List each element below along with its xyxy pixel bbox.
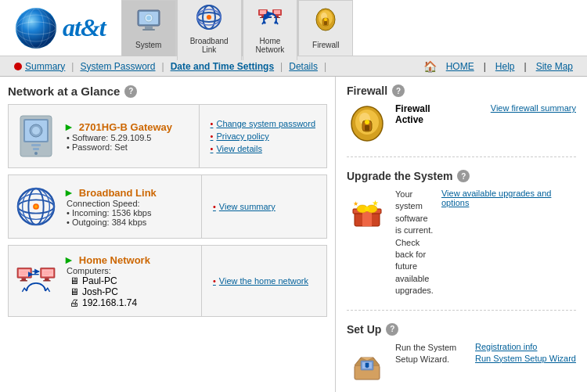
home-network-links: • View the home network	[201, 246, 326, 316]
registration-info-link[interactable]: Registration info	[475, 342, 576, 351]
computers-label: Computers:	[63, 266, 193, 275]
broadband-nav-icon	[195, 3, 223, 34]
svg-point-65	[365, 120, 369, 124]
svg-rect-24	[274, 17, 280, 18]
change-system-password-link[interactable]: • Change system password	[211, 119, 315, 128]
bullet-5: •	[213, 276, 216, 286]
tab-system[interactable]: System	[121, 0, 176, 56]
broadband-incoming: • Incoming: 1536 kbps	[63, 208, 193, 218]
svg-rect-48	[21, 278, 26, 280]
svg-rect-49	[20, 280, 27, 281]
home-network-status-arrow: ►	[63, 254, 74, 266]
svg-point-10	[146, 16, 151, 20]
view-details-link[interactable]: • View details	[211, 144, 315, 153]
upgrade-right-links: View available upgrades and options	[441, 189, 576, 207]
att-logo-text: at&t	[63, 13, 106, 42]
view-firewall-summary-link[interactable]: View firewall summary	[491, 103, 576, 113]
broadband-status-arrow: ►	[63, 186, 74, 199]
upgrade-desc: Your system software is current. Check b…	[395, 189, 434, 297]
broadband-links: • View summary	[201, 175, 326, 238]
home-network-info: ► Home Network Computers: 🖥 Paul-PC 🖥 Jo…	[63, 254, 193, 308]
svg-rect-8	[142, 29, 155, 31]
home-network-icon	[16, 257, 56, 304]
change-password-label: Change system password	[216, 119, 315, 128]
upgrade-text: Your system software is current. Check b…	[395, 189, 434, 297]
right-panel: Firewall ? Firewall Active	[335, 77, 587, 392]
firewall-title: Firewall ?	[347, 85, 576, 97]
setup-content: Run the System Setup Wizard. Registratio…	[347, 342, 576, 383]
summary-dot	[14, 63, 22, 70]
computer-icon-2: 🖥	[70, 286, 79, 297]
subnav-system-password[interactable]: System Password	[74, 61, 161, 72]
svg-point-45	[34, 205, 38, 208]
subnav-home[interactable]: HOME	[440, 61, 481, 72]
subnav-summary[interactable]: Summary	[8, 61, 71, 72]
subnav-divider-4: |	[324, 61, 326, 72]
section-title-text: Network at a Glance	[8, 85, 120, 98]
subnav-summary-label: Summary	[25, 61, 65, 72]
view-home-network-label: View the home network	[219, 276, 308, 286]
svg-rect-64	[365, 125, 369, 131]
gateway-icon	[16, 113, 56, 160]
svg-rect-22	[274, 10, 280, 14]
gateway-card: ► 2701HG-B Gateway • Software: 5.29.109.…	[8, 104, 327, 168]
bullet-4: •	[213, 202, 216, 211]
subnav-help[interactable]: Help	[489, 61, 521, 72]
upgrade-icon: ★ ★	[347, 189, 387, 229]
tab-firewall[interactable]: Firewall	[298, 0, 353, 56]
josh-pc-label: Josh-PC	[82, 286, 118, 297]
bullet-3: •	[211, 144, 214, 153]
setup-help[interactable]: ?	[386, 323, 398, 336]
svg-point-30	[324, 18, 327, 21]
svg-point-16	[207, 15, 211, 20]
subnav-date-time[interactable]: Date and Time Settings	[164, 61, 280, 72]
josh-pc-row: 🖥 Josh-PC	[63, 286, 193, 297]
svg-point-71	[365, 207, 369, 211]
gateway-password: • Password: Set	[63, 142, 191, 152]
view-upgrades-link[interactable]: View available upgrades and options	[441, 189, 576, 207]
help-button[interactable]: ?	[124, 85, 137, 98]
paul-pc-row: 🖥 Paul-PC	[63, 275, 193, 286]
tab-system-label: System	[135, 41, 161, 49]
upgrade-title-text: Upgrade the System	[347, 170, 452, 182]
sub-nav-left: Summary | System Password | Date and Tim…	[8, 61, 326, 72]
gateway-title: ► 2701HG-B Gateway	[63, 120, 191, 133]
firewall-content: Firewall Active View firewall summary	[347, 103, 576, 144]
header: at&t System	[0, 0, 587, 56]
sub-nav-right: 🏠 HOME | Help | Site Map	[423, 60, 579, 73]
svg-rect-29	[324, 21, 327, 25]
view-summary-link[interactable]: • View summary	[213, 202, 315, 211]
setup-right-links: Registration info Run System Setup Wizar…	[475, 342, 576, 363]
firewall-text: Firewall Active	[395, 103, 483, 125]
home-network-nav-icon	[256, 3, 284, 34]
ip-address-label: 192.168.1.74	[82, 297, 137, 308]
subnav-site-map[interactable]: Site Map	[530, 61, 579, 72]
privacy-policy-link[interactable]: • Privacy policy	[211, 131, 315, 141]
tab-home-network[interactable]: HomeNetwork	[243, 0, 298, 60]
bullet-2: •	[211, 131, 214, 141]
gateway-info: ► 2701HG-B Gateway • Software: 5.29.109.…	[63, 120, 191, 152]
subnav-details[interactable]: Details	[283, 61, 324, 72]
broadband-title: ► Broadband Link	[63, 186, 193, 199]
firewall-help[interactable]: ?	[392, 85, 405, 97]
firewall-status-label: Firewall	[395, 103, 483, 114]
home-network-card-left: ► Home Network Computers: 🖥 Paul-PC 🖥 Jo…	[9, 246, 201, 316]
paul-pc-label: Paul-PC	[82, 275, 117, 286]
svg-point-35	[32, 127, 40, 135]
run-setup-wizard-link[interactable]: Run System Setup Wizard	[475, 354, 576, 363]
tab-broadband-label: BroadbandLink	[190, 37, 229, 54]
view-home-network-link[interactable]: • View the home network	[213, 276, 315, 286]
router-icon: 🖨	[70, 297, 79, 308]
network-glance-title: Network at a Glance ?	[8, 85, 327, 98]
upgrade-content: ★ ★ Your system software is current. Che…	[347, 189, 576, 297]
broadband-card: ► Broadband Link Connection Speed: • Inc…	[8, 174, 327, 239]
tab-broadband[interactable]: BroadbandLink	[177, 0, 242, 60]
svg-rect-36	[31, 144, 41, 146]
upgrade-help[interactable]: ?	[457, 170, 470, 182]
subnav-separator-home: |	[484, 61, 486, 72]
broadband-icon	[16, 183, 56, 230]
firewall-section: Firewall ? Firewall Active	[347, 85, 576, 157]
svg-rect-56	[43, 280, 50, 281]
left-panel: Network at a Glance ?	[0, 77, 335, 392]
svg-text:★: ★	[372, 199, 379, 207]
